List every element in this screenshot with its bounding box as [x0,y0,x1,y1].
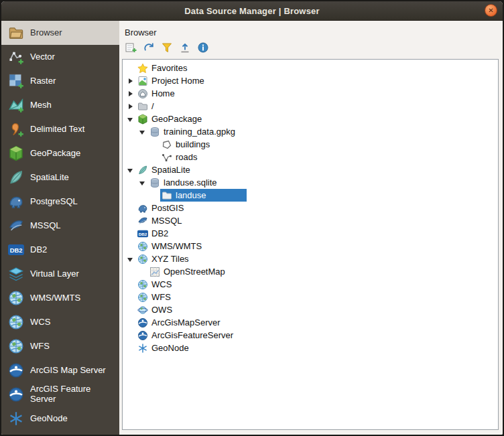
tree-item-home[interactable]: Home [123,87,498,100]
tree-item-roads[interactable]: roads [123,151,498,163]
sidebar-item-virtual-layer[interactable]: Virtual Layer [1,262,119,286]
filter-browser-button[interactable] [160,41,174,54]
tree-item-label: Home [151,88,175,98]
tree-item-root[interactable]: / [123,100,498,113]
tree-item-content: XYZ Tiles [136,252,193,265]
expander-expanded-icon[interactable] [125,165,136,175]
tree-item-label: WFS [151,292,171,302]
expander-collapsed-icon[interactable] [125,88,136,99]
close-icon: ✕ [488,7,493,14]
tree-item-label: ArcGisFeatureServer [151,330,233,340]
sidebar-item-db2[interactable]: DB2DB2 [1,238,119,262]
tree-item-postgis[interactable]: PostGIS [123,202,498,214]
tree-item-wcs[interactable]: WCS [123,278,498,291]
window-title: Data Source Manager | Browser [1,6,503,16]
sidebar-item-wfs[interactable]: WFS [1,334,119,358]
sidebar-item-raster[interactable]: Raster [1,69,119,93]
arcgis-icon [8,386,24,403]
sidebar-item-arcgis-map-server[interactable]: ArcGIS Map Server [1,358,119,382]
tree-item-training-data-gpkg[interactable]: training_data.gpkg [123,125,498,138]
tree-item-ows[interactable]: OWS [123,303,498,316]
expander-spacer [125,317,136,328]
sidebar-item-mssql[interactable]: MSSQL [1,214,119,238]
sidebar-item-geopackage[interactable]: GeoPackage [1,141,119,165]
folder-icon [137,101,148,112]
arcgis-icon [137,330,148,341]
tree-item-arcgismapserver[interactable]: ArcGisMapServer [123,316,498,329]
tree-item-xyz-tiles[interactable]: XYZ Tiles [123,252,498,265]
tree-item-label: ArcGisMapServer [151,317,220,328]
tree-item-landuse[interactable]: landuse [123,189,498,202]
sidebar-item-label: Mesh [30,100,52,111]
tree-item-spatialite[interactable]: SpatiaLite [123,163,498,176]
expander-expanded-icon[interactable] [137,177,148,188]
project-home-icon [137,76,148,86]
sidebar-item-wcs[interactable]: WCS [1,310,119,334]
tree-item-mssql[interactable]: MSSQL [123,214,498,227]
expander-expanded-icon[interactable] [125,254,136,265]
postgres-icon [137,203,148,214]
expander-spacer [149,152,160,163]
db2-icon: DB2 [8,242,24,258]
expander-expanded-icon[interactable] [137,127,148,137]
tree-item-favorites[interactable]: Favorites [123,62,498,74]
sidebar-item-mesh[interactable]: Mesh [1,93,119,117]
expander-collapsed-icon[interactable] [125,101,136,112]
polygon-layer-icon [162,139,172,150]
postgres-icon [8,194,24,210]
add-selected-layers-button[interactable] [124,41,137,54]
sidebar-item-postgresql[interactable]: PostgreSQL [1,190,119,214]
expander-expanded-icon[interactable] [125,114,136,125]
tree-item-wms-wmts[interactable]: WMS/WMTS [123,240,498,252]
line-layer-icon [162,152,172,163]
sidebar-item-label: SpatiaLite [30,173,69,183]
sidebar-item-label: ArcGIS Feature Server [30,384,113,405]
tree-item-label: Project Home [151,76,204,86]
tree-item-geonode[interactable]: GeoNode [123,342,498,354]
tree-item-wfs[interactable]: WFS [123,291,498,303]
db2-icon: DB2 [137,228,148,239]
tree-item-content: WCS [136,278,176,291]
expander-collapsed-icon[interactable] [125,76,136,86]
tree-item-content: PostGIS [136,202,188,214]
properties-info-button[interactable] [196,41,210,54]
tree-item-label: Favorites [151,63,187,73]
tree-item-geopackage[interactable]: GeoPackage [123,113,498,125]
expander-spacer [137,267,148,277]
tree-item-label: GeoPackage [151,114,202,124]
sidebar-item-spatialite[interactable]: SpatiaLite [1,165,119,190]
globe-icon [8,290,24,306]
sidebar-item-wms-wmts[interactable]: WMS/WMTS [1,286,119,310]
tree-item-label: SpatiaLite [151,165,190,175]
sidebar-item-geonode[interactable]: GeoNode [1,407,119,431]
sidebar-item-browser[interactable]: Browser [1,21,119,45]
titlebar[interactable]: Data Source Manager | Browser ✕ [1,1,503,21]
sidebar-item-label: Vector [30,52,55,62]
sidebar-item-label: ArcGIS Map Server [30,366,106,376]
tree-item-landuse-sqlite[interactable]: landuse.sqlite [123,176,498,189]
tree-item-arcgisfeatureserver[interactable]: ArcGisFeatureServer [123,329,498,342]
sidebar-item-vector[interactable]: Vector [1,45,119,69]
tree-item-db2[interactable]: DB2DB2 [123,227,498,240]
collapse-all-button[interactable] [178,41,192,54]
tree-item-content: / [136,100,158,113]
globe-icon [137,292,148,303]
filter-icon [161,42,173,54]
tree-item-content: GeoNode [136,342,193,354]
refresh-button[interactable] [142,41,155,54]
tree-item-openstreetmap[interactable]: OpenStreetMap [123,265,498,278]
globe-icon [8,314,24,330]
tree-item-content: MSSQL [136,214,186,227]
tree-item-label: buildings [176,139,210,149]
sidebar-item-arcgis-feature-server[interactable]: ArcGIS Feature Server [1,382,119,407]
tree-item-content: GeoPackage [136,113,206,125]
tree-item-content: landuse [160,189,247,202]
tree-item-buildings[interactable]: buildings [123,138,498,151]
expander-spacer [125,228,136,239]
svg-text:DB2: DB2 [10,247,23,254]
sidebar-item-label: PostgreSQL [30,197,78,207]
tree-item-content: Project Home [136,74,208,87]
tree-item-project-home[interactable]: Project Home [123,74,498,87]
close-button[interactable]: ✕ [485,4,497,17]
sidebar-item-delimited-text[interactable]: Delimited Text [1,117,119,141]
